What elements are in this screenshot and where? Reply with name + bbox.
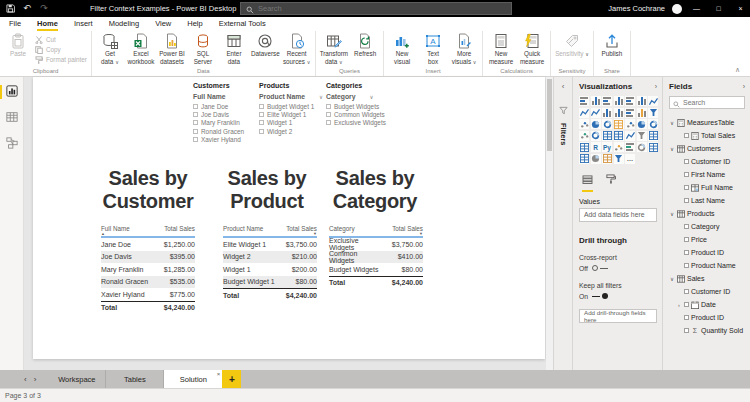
fields-search-box[interactable] (669, 96, 745, 109)
field-category[interactable]: Category (669, 220, 745, 233)
checkbox[interactable] (684, 237, 689, 242)
slicer-item-common-widgets[interactable]: Common Widgets (326, 110, 386, 118)
page-tab-solution[interactable]: Solution× (164, 370, 222, 388)
ribbon-button-publish[interactable]: Publish (598, 33, 626, 58)
checkbox[interactable] (259, 112, 264, 117)
checkbox[interactable] (259, 120, 264, 125)
azure-map-icon[interactable] (579, 131, 589, 141)
field-full-name[interactable]: Full Name (669, 181, 745, 194)
checkbox[interactable] (684, 224, 689, 229)
redo-icon[interactable]: ↷ (39, 4, 49, 14)
slicer-item-xavier-hyland[interactable]: Xavier Hyland (193, 136, 244, 144)
ribbon-button-dataverse[interactable]: Dataverse (251, 33, 280, 58)
slicer-item-budget-widget-1[interactable]: Budget Widget 1 (259, 102, 323, 110)
100-stacked-column-chart-icon[interactable] (637, 96, 647, 106)
checkbox[interactable] (684, 289, 689, 294)
decomposition-tree-icon[interactable] (625, 142, 635, 152)
ribbon-button-get-data[interactable]: Getdata ∨ (96, 33, 124, 65)
fields-search-input[interactable] (683, 99, 741, 106)
slicer-item-joe-davis[interactable]: Joe Davis (193, 110, 244, 118)
slicer-customers[interactable]: CustomersFull NameJane DoeJoe DavisMary … (193, 82, 244, 144)
stacked-bar-chart-icon[interactable] (579, 96, 589, 106)
multi-row-card-icon[interactable] (614, 131, 624, 141)
line-and-clustered-column-chart-icon[interactable] (614, 108, 624, 118)
minimize-button[interactable]: — (689, 0, 704, 17)
global-search-box[interactable] (240, 2, 512, 15)
page-tab-prev-icon[interactable]: ‹ (24, 375, 27, 384)
slicer-header[interactable]: Product Name∨ (259, 93, 323, 100)
field-customers[interactable]: ∨Customers (669, 142, 745, 155)
slicer-item-widget-1[interactable]: Widget 1 (259, 119, 323, 127)
column-header-category[interactable]: Category (329, 225, 384, 236)
field-sales[interactable]: ∨Sales (669, 272, 745, 285)
ribbon-button-recent-sources[interactable]: Recentsources ∨ (283, 33, 311, 65)
ribbon-chart-icon[interactable] (625, 108, 635, 118)
gauge-icon[interactable] (591, 131, 601, 141)
table-icon[interactable] (648, 131, 658, 141)
stacked-area-chart-icon[interactable] (591, 108, 601, 118)
slicer-item-budget-widgets[interactable]: Budget Widgets (326, 102, 386, 110)
paginated-report-icon[interactable] (579, 154, 589, 164)
ribbon-button-new-measure[interactable]: Newmeasure (487, 33, 515, 65)
canvas-scrollbar[interactable] (546, 77, 553, 370)
column-header-total-sales[interactable]: Total Sales (156, 225, 195, 236)
field-date[interactable]: ›Date (669, 298, 745, 311)
matrix-icon[interactable] (579, 142, 589, 152)
ribbon-button-more-visuals[interactable]: Morevisuals ∨ (450, 33, 478, 65)
qa-visual-icon[interactable] (637, 142, 647, 152)
donut-chart-icon[interactable] (602, 119, 612, 129)
more-visuals-ellipsis-icon[interactable]: … (625, 154, 635, 164)
ribbon-button-power-bi-datasets[interactable]: Power BIdatasets (158, 33, 186, 65)
ribbon-button-refresh[interactable]: Refresh (351, 33, 379, 58)
field-price[interactable]: Price (669, 233, 745, 246)
fields-tab[interactable] (582, 170, 593, 192)
expand-icon[interactable]: › (676, 302, 682, 308)
table-visual-customer[interactable]: Full Name▲Total Sales Jane Doe$1,250.00J… (101, 225, 195, 314)
checkbox[interactable] (326, 120, 331, 125)
add-page-button[interactable]: + (222, 370, 241, 388)
page-tab-tables[interactable]: Tables (106, 370, 164, 388)
slicer-products[interactable]: ProductsProduct Name∨Budget Widget 1Elit… (259, 82, 323, 136)
menu-tab-help[interactable]: Help (187, 17, 202, 31)
fields-collapse-icon[interactable]: › (743, 83, 745, 90)
line-chart-icon[interactable] (648, 96, 658, 106)
chevron-down-icon[interactable]: ∨ (369, 94, 373, 100)
map-icon[interactable] (625, 119, 635, 129)
visual-title-sales-by-product[interactable]: Sales byProduct (208, 167, 326, 213)
rail-model-view[interactable] (0, 133, 24, 155)
menu-tab-insert[interactable]: Insert (74, 17, 93, 31)
slicer-icon[interactable] (637, 131, 647, 141)
checkbox[interactable] (326, 112, 331, 117)
ribbon-button-excel-workbook[interactable]: Excelworkbook (127, 33, 155, 65)
column-header-full-name[interactable]: Full Name▲ (101, 225, 156, 236)
scatter-chart-icon[interactable] (579, 119, 589, 129)
field-product-name[interactable]: Product Name (669, 259, 745, 272)
checkbox[interactable] (684, 185, 689, 190)
field-product-id[interactable]: Product ID (669, 246, 745, 259)
checkbox[interactable] (193, 137, 198, 142)
field-products[interactable]: ∨Products (669, 207, 745, 220)
checkbox[interactable] (193, 120, 198, 125)
collapse-icon[interactable]: ∨ (669, 211, 675, 217)
filled-map-icon[interactable] (637, 119, 647, 129)
field-quantity-sold[interactable]: ΣQuantity Sold (669, 324, 745, 337)
visual-title-sales-by-customer[interactable]: Sales byCustomer (89, 167, 207, 213)
rail-report-view[interactable] (0, 81, 24, 103)
cross-report-toggle[interactable] (592, 265, 608, 273)
rail-data-view[interactable] (0, 107, 24, 129)
collapse-icon[interactable]: ∨ (669, 120, 675, 126)
page-tab-next-icon[interactable]: › (34, 375, 37, 384)
power-apps-icon[interactable] (602, 154, 612, 164)
field-product-id[interactable]: Product ID (669, 311, 745, 324)
pie-chart-icon[interactable] (591, 119, 601, 129)
checkbox[interactable] (684, 133, 689, 138)
values-field-well[interactable]: Add data fields here (579, 208, 657, 222)
checkbox[interactable] (193, 112, 198, 117)
field-customer-id[interactable]: Customer ID (669, 155, 745, 168)
column-header-total-sales[interactable]: Total Sales▼ (278, 225, 317, 236)
user-name[interactable]: James Cochrane (608, 4, 665, 13)
checkbox[interactable] (684, 315, 689, 320)
r-script-visual-icon[interactable]: R (591, 142, 601, 152)
power-automate-icon[interactable] (614, 154, 624, 164)
slicer-item-mary-franklin[interactable]: Mary Franklin (193, 119, 244, 127)
